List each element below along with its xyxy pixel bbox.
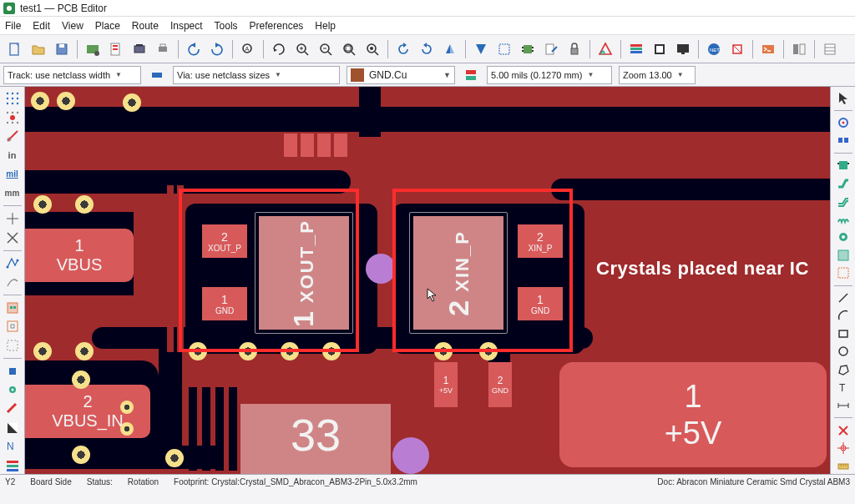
rotate-ccw-icon[interactable] xyxy=(392,38,415,61)
svg-point-96 xyxy=(842,121,844,123)
via-display-icon[interactable] xyxy=(3,381,23,398)
net-inspect-icon[interactable]: NET xyxy=(702,38,726,61)
draw-rect-icon[interactable] xyxy=(833,325,853,341)
update-pcb-icon[interactable] xyxy=(539,38,563,61)
menu-file[interactable]: File xyxy=(5,20,21,32)
draw-circle-icon[interactable] xyxy=(833,344,853,360)
draw-line-icon[interactable] xyxy=(833,290,853,305)
menu-view[interactable]: View xyxy=(62,20,83,32)
local-ratsnest-icon[interactable] xyxy=(833,133,853,149)
status-rotation: Rotation xyxy=(128,476,159,487)
monitor-icon[interactable] xyxy=(671,38,695,61)
pad-display-icon[interactable] xyxy=(3,363,23,380)
select-tool-icon[interactable] xyxy=(833,90,853,106)
place-via-icon[interactable] xyxy=(833,229,853,245)
grid-dropdown[interactable]: 5.00 mils (0.1270 mm)▼ xyxy=(487,66,612,84)
polar-coord-icon[interactable] xyxy=(3,128,23,144)
delete-icon[interactable] xyxy=(833,422,853,438)
tune-length-icon[interactable] xyxy=(833,211,853,227)
highlight-net-icon[interactable] xyxy=(833,114,853,130)
layers-manager-icon[interactable] xyxy=(3,457,23,474)
zone-hidden-icon[interactable] xyxy=(3,337,23,354)
show-appearance-icon[interactable] xyxy=(787,38,811,61)
units-in-button[interactable]: in xyxy=(3,147,23,164)
place-text-icon[interactable]: T xyxy=(833,380,853,396)
route-track-icon[interactable] xyxy=(833,175,853,191)
menu-inspect[interactable]: Inspect xyxy=(170,20,203,32)
place-zone-icon[interactable] xyxy=(833,247,853,263)
netnames-icon[interactable]: N xyxy=(3,439,23,456)
zone-outline-icon[interactable] xyxy=(3,318,23,335)
open-icon[interactable] xyxy=(27,38,50,61)
rotate-cw-icon[interactable] xyxy=(415,38,438,61)
route-diffpair-icon[interactable] xyxy=(833,194,853,209)
print-icon[interactable] xyxy=(151,38,175,61)
properties-icon[interactable] xyxy=(818,38,842,61)
plot-icon[interactable] xyxy=(128,38,151,61)
place-footprint-icon[interactable] xyxy=(833,157,853,173)
ratsnest-icon[interactable] xyxy=(3,255,23,271)
track-width-label: Track: use netclass width xyxy=(8,70,110,80)
new-icon[interactable] xyxy=(3,38,27,61)
show-ratsnest-icon[interactable] xyxy=(493,38,516,61)
menu-route[interactable]: Route xyxy=(132,20,159,32)
grid-override-icon[interactable] xyxy=(3,109,23,126)
menu-help[interactable]: Help xyxy=(315,20,336,32)
zoom-in-icon[interactable] xyxy=(291,38,314,61)
track-width-dropdown[interactable]: Track: use netclass width▼ xyxy=(3,66,141,84)
mirror-v-icon[interactable] xyxy=(438,38,462,61)
measure-icon[interactable] xyxy=(833,458,853,474)
save-icon[interactable] xyxy=(50,38,73,61)
zone-display-icon[interactable] xyxy=(3,300,23,316)
svg-point-60 xyxy=(6,98,8,99)
ignore-locks-icon[interactable] xyxy=(3,229,23,246)
drc-icon[interactable]: ✓ xyxy=(594,38,617,61)
app-icon xyxy=(3,3,15,14)
high-contrast-icon[interactable] xyxy=(3,420,23,436)
zoom-fit-icon[interactable] xyxy=(337,38,361,61)
via xyxy=(72,446,90,464)
redo-icon[interactable] xyxy=(205,38,229,61)
page-settings-icon[interactable] xyxy=(104,38,128,61)
units-mil-button[interactable]: mil xyxy=(3,166,23,183)
via xyxy=(31,92,49,110)
layers-stackup-icon[interactable] xyxy=(625,38,648,61)
set-origin-icon[interactable] xyxy=(833,441,853,456)
track-settings-icon[interactable] xyxy=(148,66,166,84)
layer-dropdown[interactable]: GND.Cu▼ xyxy=(347,66,455,84)
schematic-icon[interactable] xyxy=(648,38,671,61)
place-ruleline-icon[interactable] xyxy=(833,265,853,281)
curved-rats-icon[interactable] xyxy=(3,274,23,290)
undo-icon[interactable] xyxy=(182,38,205,61)
draw-poly-icon[interactable] xyxy=(833,362,853,378)
via-size-dropdown[interactable]: Via: use netclass sizes▼ xyxy=(173,66,340,84)
pad-small-gnd: 2 GND xyxy=(488,362,512,407)
zoom-refresh-icon[interactable] xyxy=(267,38,291,61)
zoom-selection-icon[interactable] xyxy=(361,38,384,61)
board-settings-icon[interactable] xyxy=(81,38,104,61)
cursor-shape-icon[interactable] xyxy=(3,210,23,227)
scripting-icon[interactable] xyxy=(756,38,780,61)
zoom-out-icon[interactable] xyxy=(314,38,337,61)
cleanup-icon[interactable] xyxy=(726,38,749,61)
menu-preferences[interactable]: Preferences xyxy=(250,20,304,32)
menu-edit[interactable]: Edit xyxy=(33,20,50,32)
track-display-icon[interactable] xyxy=(3,401,23,417)
units-mm-button[interactable]: mm xyxy=(3,185,23,202)
menu-place[interactable]: Place xyxy=(95,20,120,32)
svg-rect-34 xyxy=(571,48,578,54)
zoom-dropdown[interactable]: Zoom 13.00▼ xyxy=(619,66,696,84)
grid-icon[interactable] xyxy=(3,90,23,107)
svg-rect-93 xyxy=(7,465,18,467)
draw-arc-icon[interactable] xyxy=(833,308,853,324)
find-icon[interactable]: A xyxy=(236,38,260,61)
svg-rect-32 xyxy=(532,50,534,52)
menu-tools[interactable]: Tools xyxy=(215,20,238,32)
dimension-icon[interactable] xyxy=(833,398,853,414)
lock-icon[interactable] xyxy=(563,38,586,61)
left-sidebar: in mil mm N xyxy=(0,87,25,474)
flipboard-icon[interactable] xyxy=(469,38,493,61)
footprint-editor-icon[interactable] xyxy=(516,38,539,61)
pcb-canvas[interactable]: 2 XOUT_P 1 GND 1 XOUT_P 2 XIN_P 2 XIN_P … xyxy=(25,87,830,474)
layer-pair-icon[interactable] xyxy=(462,66,480,84)
